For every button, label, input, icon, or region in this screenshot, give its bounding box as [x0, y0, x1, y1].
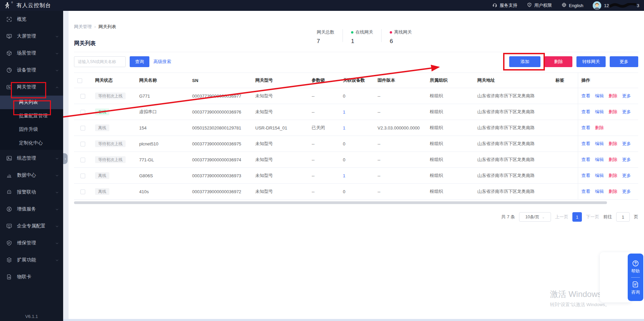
sidebar-item-scada[interactable]: 组态管理 [0, 150, 63, 167]
sidebar-subitem-active[interactable]: 网关列表 [0, 96, 63, 109]
delete-button[interactable]: 删除 [545, 56, 572, 67]
sidebar-subitem[interactable]: 定制化中心 [0, 136, 63, 150]
topbar-item-language[interactable]: English [562, 2, 584, 8]
prev-page-button[interactable]: 上一页 [555, 214, 568, 220]
op-view-link[interactable]: 查看 [582, 141, 590, 146]
sidebar-item-extension[interactable]: 扩展功能 [0, 252, 63, 268]
op-delete-link[interactable]: 删除 [609, 93, 618, 98]
op-edit-link[interactable]: 编辑 [595, 189, 604, 194]
user-account[interactable]: 12 3 [593, 1, 639, 10]
topbar-item-support[interactable]: 服务支持 [492, 2, 517, 8]
transfer-gateway-button[interactable]: 转移网关 [576, 56, 606, 67]
sidebar-item-enterprise[interactable]: 企业专属配置 [0, 218, 63, 235]
sidebar-item-alarm[interactable]: 报警联动 [0, 184, 63, 201]
row-checkbox[interactable] [80, 142, 85, 146]
sidebar-item-iot-card[interactable]: 物联卡 [0, 268, 63, 285]
cell-device-count[interactable]: 1 [343, 109, 345, 115]
op-edit-link[interactable]: 编辑 [595, 93, 604, 98]
op-delete-link[interactable]: 删除 [609, 109, 618, 114]
op-view-link[interactable]: 查看 [582, 109, 590, 114]
row-checkbox[interactable] [80, 174, 85, 178]
topbar-item-label: English [569, 3, 584, 8]
select-all-checkbox[interactable] [77, 78, 82, 83]
sidebar-subitem[interactable]: 批量配置管理 [0, 109, 63, 123]
gateway-table: 网关状态网关名称SN网关型号参数锁关联设备数固件版本所属组织网关地址标签操作 等… [74, 73, 638, 200]
sidebar-item-screen[interactable]: 大屏管理 [0, 28, 63, 45]
advanced-search-link[interactable]: 高级搜索 [153, 59, 171, 65]
op-more-link[interactable]: 更多 [622, 109, 631, 114]
next-page-button[interactable]: 下一页 [586, 214, 599, 220]
more-button[interactable]: 更多 [610, 56, 638, 67]
cell-device-count[interactable]: 1 [343, 125, 345, 131]
topbar-item-permissions[interactable]: 用户权限 [527, 2, 552, 8]
op-view-link[interactable]: 查看 [582, 125, 590, 130]
sidebar-collapse-handle[interactable]: ‹ [63, 153, 68, 164]
stat-label: 网关总数 [317, 29, 334, 35]
cell-param-lock: -- [308, 184, 339, 200]
user-avatar[interactable] [593, 1, 601, 10]
goto-page-input[interactable] [616, 212, 630, 222]
main-content: 网关管理 › 网关列表 网关总数7在线网关1离线网关6 网关列表 查询 高级搜索… [69, 11, 644, 321]
op-delete-link[interactable]: 删除 [609, 173, 618, 178]
cell-tag [552, 184, 578, 200]
op-delete-link[interactable]: 删除 [609, 157, 618, 162]
float-widget-card [600, 252, 632, 302]
query-button[interactable]: 查询 [130, 56, 149, 67]
app-title: 有人云控制台 [16, 2, 51, 9]
op-more-link[interactable]: 更多 [622, 93, 631, 98]
op-view-link[interactable]: 查看 [582, 189, 590, 194]
status-badge: 离线 [95, 124, 109, 131]
sidebar-item-scene[interactable]: 场景管理 [0, 45, 63, 62]
cell-model: 未知型号 [252, 168, 308, 184]
op-more-link[interactable]: 更多 [622, 173, 631, 178]
help-icon[interactable] [632, 260, 639, 267]
divider [343, 29, 343, 42]
op-view-link[interactable]: 查看 [582, 157, 590, 162]
sidebar-item-maintenance[interactable]: 维保管理 [0, 235, 63, 252]
op-delete-link[interactable]: 删除 [609, 189, 618, 194]
search-input[interactable] [74, 56, 126, 67]
consult-document-icon[interactable] [632, 281, 639, 288]
cell-param-lock: -- [308, 136, 339, 152]
add-button[interactable]: 添加 [509, 56, 540, 67]
row-checkbox[interactable] [80, 94, 85, 99]
divider [631, 277, 640, 278]
op-edit-link[interactable]: 编辑 [595, 109, 604, 114]
row-checkbox[interactable] [80, 110, 85, 115]
cell-device-count[interactable]: 1 [343, 173, 345, 178]
topbar: ® 有人云控制台 服务支持 用户权限 [0, 0, 644, 11]
sidebar-item-vas[interactable]: 增值服务 [0, 201, 63, 218]
sidebar-subitem[interactable]: 固件升级 [0, 123, 63, 136]
op-edit-link[interactable]: 编辑 [595, 141, 604, 146]
sidebar-item-device[interactable]: 设备管理 [0, 62, 63, 79]
cell-tag [552, 136, 578, 152]
op-more-link[interactable]: 更多 [622, 157, 631, 162]
sidebar-item-data[interactable]: 数据中心 [0, 167, 63, 184]
op-delete-link[interactable]: 删除 [609, 141, 618, 146]
cell-gateway-name: 771-GL [136, 152, 189, 168]
op-view-link[interactable]: 查看 [582, 93, 590, 98]
consult-button[interactable]: 咨询 [631, 289, 640, 295]
page-size-select[interactable]: 10条/页 ⌄ [519, 212, 551, 222]
stat-value: 1 [351, 38, 373, 45]
op-edit-link[interactable]: 编辑 [595, 173, 604, 178]
page-bottom-scrollbar[interactable] [63, 319, 644, 321]
op-edit-link[interactable]: 编辑 [595, 157, 604, 162]
sidebar-item-gateway[interactable]: 网关管理 [0, 79, 63, 96]
table-row: 离线410s00037739000000036972未知型号--0--根组织山东… [74, 184, 638, 200]
sidebar-item-overview[interactable]: 概览 [0, 11, 63, 28]
enterprise-icon [6, 223, 12, 229]
op-more-link[interactable]: 更多 [622, 141, 631, 146]
op-delete-link[interactable]: 删除 [595, 125, 604, 130]
breadcrumb-root[interactable]: 网关管理 [74, 24, 92, 30]
help-button[interactable]: 帮助 [631, 268, 640, 274]
chevron-down-icon: ⌄ [542, 215, 545, 219]
row-checkbox[interactable] [80, 126, 85, 131]
op-view-link[interactable]: 查看 [582, 173, 590, 178]
row-checkbox[interactable] [80, 158, 85, 162]
current-page-button[interactable]: 1 [572, 212, 582, 222]
table-horizontal-scrollbar[interactable] [74, 201, 607, 204]
column-header: 固件版本 [374, 73, 426, 88]
row-checkbox[interactable] [80, 189, 85, 194]
op-more-link[interactable]: 更多 [622, 189, 631, 194]
